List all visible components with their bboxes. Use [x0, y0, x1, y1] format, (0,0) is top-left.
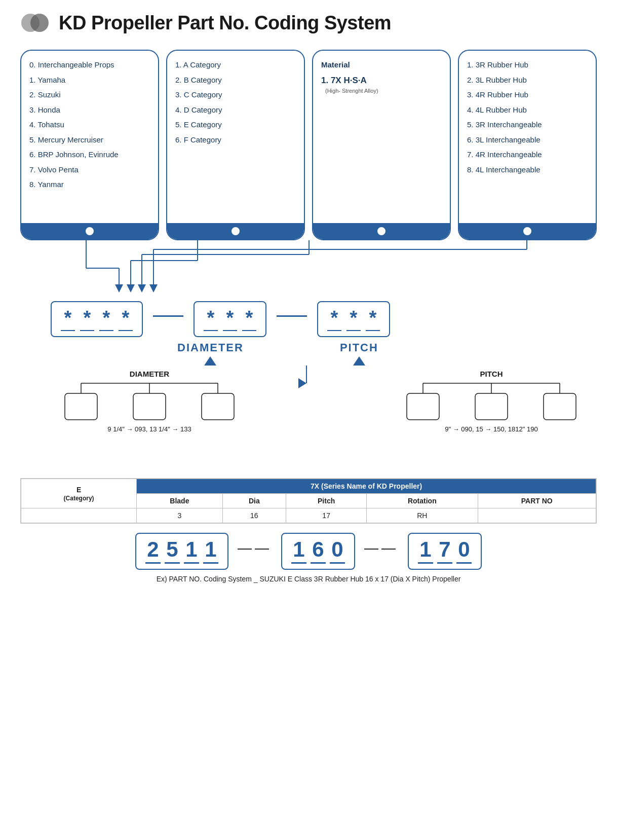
code-box-2: * * *	[194, 301, 266, 337]
table-col-partno: PART NO	[478, 494, 596, 508]
brand-item-6: 6. BRP Johnson, Evinrude	[29, 150, 150, 160]
digit-1a: 1	[184, 539, 199, 564]
bottom-separator-2: ——	[364, 540, 399, 562]
logo-icon	[20, 10, 51, 35]
category-card-footer	[167, 223, 304, 239]
material-card: Material 1. 7X H·S·A (High- Strenght All…	[312, 50, 451, 240]
phone-cards-row: 0. Interchangeable Props 1. Yamaha 2. Su…	[20, 50, 597, 240]
table-cell-dia: 16	[222, 508, 286, 523]
table-col-blade: Blade	[137, 494, 222, 508]
material-card-footer	[313, 223, 450, 239]
brand-item-1: 1. Yamaha	[29, 75, 150, 85]
star-6: *	[223, 307, 237, 331]
table-cell-blank	[21, 508, 137, 523]
cat-item-5: 5. E Category	[175, 120, 296, 130]
hub-item-7: 7. 4R Interchangeable	[467, 150, 588, 160]
cat-item-2: 2. B Category	[175, 75, 296, 85]
table-series-header: 7X (Series Name of KD Propeller)	[137, 479, 596, 494]
table-col-dia: Dia	[222, 494, 286, 508]
hub-item-4: 4. 4L Rubber Hub	[467, 105, 588, 115]
star-10: *	[366, 307, 380, 331]
table-col-rotation: Rotation	[367, 494, 478, 508]
brand-item-8: 8. Yanmar	[29, 179, 150, 190]
hub-card-dot	[522, 226, 532, 236]
material-label: Material	[321, 60, 442, 70]
tree-diameter-title: DIAMETER	[130, 370, 170, 378]
page-title: KD Propeller Part No. Coding System	[59, 12, 391, 34]
pitch-label: PITCH	[340, 341, 378, 354]
star-2: *	[80, 307, 94, 331]
digit-0b: 0	[456, 539, 472, 564]
diameter-label: DIAMETER	[177, 341, 244, 354]
brand-card-body: 0. Interchangeable Props 1. Yamaha 2. Su…	[21, 51, 158, 223]
category-card-dot	[230, 226, 241, 236]
category-card-body: 1. A Category 2. B Category 3. C Categor…	[167, 51, 304, 223]
hub-item-8: 8. 4L Interchangeable	[467, 165, 588, 175]
material-card-dot	[376, 226, 387, 236]
material-series: 1. 7X H·S·A	[321, 75, 442, 86]
table-category-header: E(Category)	[21, 479, 137, 508]
svg-rect-20	[65, 393, 97, 420]
tree-section: DIAMETER 9 1/4" → 093, 13 1/4" → 133 PIT…	[20, 366, 597, 469]
bottom-box-3: 1 7 0	[408, 533, 482, 570]
hub-card: 1. 3R Rubber Hub 2. 3L Rubber Hub 3. 4R …	[458, 50, 597, 240]
hub-card-footer	[459, 223, 596, 239]
cat-item-4: 4. D Category	[175, 105, 296, 115]
pitch-up-arrow	[353, 356, 365, 366]
svg-text:9" → 090, 15 → 150, 1812" 190: 9" → 090, 15 → 150, 1812" 190	[445, 425, 537, 433]
cat-item-6: 6. F Category	[175, 135, 296, 145]
cat-item-1: 1. A Category	[175, 60, 296, 70]
hub-item-3: 3. 4R Rubber Hub	[467, 90, 588, 100]
digit-0a: 0	[330, 539, 345, 564]
pitch-label-group: PITCH	[340, 341, 378, 366]
table-col-pitch: Pitch	[286, 494, 367, 508]
svg-rect-30	[475, 393, 508, 420]
material-card-body: Material 1. 7X H·S·A (High- Strenght All…	[313, 51, 450, 223]
hub-item-1: 1. 3R Rubber Hub	[467, 60, 588, 70]
hub-item-2: 2. 3L Rubber Hub	[467, 75, 588, 85]
hub-item-5: 5. 3R Interchangeable	[467, 120, 588, 130]
table-cell-partno	[478, 508, 596, 523]
digit-1c: 1	[291, 539, 306, 564]
digit-2: 2	[145, 539, 161, 564]
table-row: 3 16 17 RH	[21, 508, 596, 523]
table-cell-blade: 3	[137, 508, 222, 523]
code-separator-2: ——	[277, 307, 307, 332]
star-7: *	[242, 307, 256, 331]
diameter-label-group: DIAMETER	[177, 341, 244, 366]
digit-1d: 1	[418, 539, 433, 564]
svg-point-1	[30, 14, 49, 32]
coding-table: E(Category) 7X (Series Name of KD Propel…	[21, 479, 596, 523]
digit-7: 7	[437, 539, 452, 564]
code-boxes-row: * * * * —— * * * ——	[20, 301, 597, 337]
svg-rect-22	[202, 393, 234, 420]
brand-card-footer	[21, 223, 158, 239]
code-box-1: * * * *	[51, 301, 143, 337]
bottom-note: Ex) PART NO. Coding System _ SUZUKI E Cl…	[20, 575, 597, 583]
diameter-up-arrow	[204, 356, 216, 366]
table-section: E(Category) 7X (Series Name of KD Propel…	[20, 478, 597, 524]
table-cell-rotation: RH	[367, 508, 478, 523]
bottom-box-2: 1 6 0	[281, 533, 355, 570]
category-card: 1. A Category 2. B Category 3. C Categor…	[166, 50, 305, 240]
brand-item-0: 0. Interchangeable Props	[29, 60, 150, 70]
connector-svg	[20, 240, 597, 301]
bottom-code-row: 2 5 1 1 —— 1 6 0 —— 1 7 0	[20, 533, 597, 570]
brand-card: 0. Interchangeable Props 1. Yamaha 2. Su…	[20, 50, 159, 240]
svg-text:9 1/4" → 093,  13 1/4" → 133: 9 1/4" → 093, 13 1/4" → 133	[107, 425, 191, 433]
star-3: *	[99, 307, 113, 331]
diameter-pitch-labels: DIAMETER PITCH	[20, 341, 597, 366]
star-9: *	[346, 307, 361, 331]
material-sub: (High- Strenght Alloy)	[321, 87, 442, 94]
tree-svg: DIAMETER 9 1/4" → 093, 13 1/4" → 133 PIT…	[51, 366, 617, 467]
svg-rect-31	[544, 393, 576, 420]
star-1: *	[61, 307, 75, 331]
header: KD Propeller Part No. Coding System	[20, 10, 597, 35]
star-8: *	[327, 307, 341, 331]
svg-rect-21	[133, 393, 166, 420]
digit-1b: 1	[203, 539, 218, 564]
brand-item-7: 7. Volvo Penta	[29, 165, 150, 175]
hub-card-body: 1. 3R Rubber Hub 2. 3L Rubber Hub 3. 4R …	[459, 51, 596, 223]
star-5: *	[204, 307, 218, 331]
hub-item-6: 6. 3L Interchangeable	[467, 135, 588, 145]
